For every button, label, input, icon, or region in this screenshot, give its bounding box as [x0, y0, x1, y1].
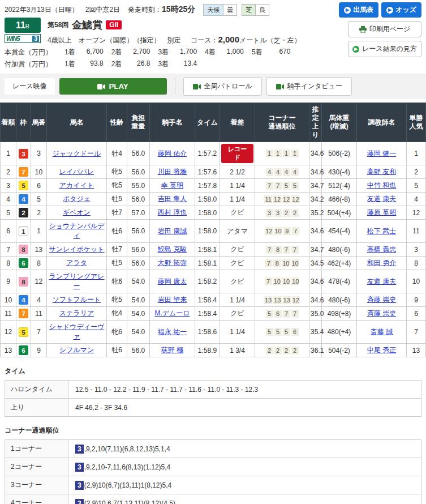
jockey-name-link[interactable]: 川田 将雅 [158, 168, 187, 176]
corner-position-chip: 3 [274, 209, 282, 217]
jockey-name-link[interactable]: M.デムーロ [154, 309, 190, 317]
leader-number-badge: 3 [75, 463, 84, 472]
horse-name-cell: アラタ [47, 257, 107, 270]
jockey-name-link[interactable]: 岩田 望来 [158, 296, 187, 304]
waku-cell: 5 [16, 179, 31, 193]
horse-name-link[interactable]: ソフトフルート [53, 296, 101, 304]
trainer-name-link[interactable]: 斉藤 崇史 [367, 309, 396, 317]
jockey-cell: 幸 英明 [150, 179, 195, 193]
horse-name-link[interactable]: ポタジェ [63, 195, 91, 203]
trainer-cell: 中竹 和也 [357, 179, 407, 193]
horse-name-link[interactable]: ランブリングアレー [49, 272, 104, 290]
prize-place-label: 4着 [205, 48, 216, 57]
patrol-video-button[interactable]: 全周パトロール [183, 77, 262, 96]
prize-amount: 6,700 [81, 48, 104, 57]
print-page-button[interactable]: 印刷用ページ [348, 21, 421, 37]
weather-label: 天候 [204, 5, 223, 15]
play-button-label: PLAY [109, 82, 128, 91]
jockey-name-link[interactable]: 藤岡 佑介 [158, 150, 187, 157]
track-condition-value: 良 [256, 5, 269, 15]
trainer-name-link[interactable]: 友道 康夫 [367, 277, 396, 285]
margin-cell: 1 1/4 [220, 321, 255, 344]
win-popularity: 2 [407, 165, 426, 179]
jockey-name-link[interactable]: 藤岡 康太 [158, 277, 187, 285]
corner-position-chip: 9 [283, 227, 291, 235]
horse-name-link[interactable]: ショウナンバルディ [49, 222, 104, 240]
trainer-name-link[interactable]: 中尾 秀正 [367, 346, 396, 354]
horse-name-link[interactable]: サンレイポケット [49, 245, 104, 253]
trainer-name-link[interactable]: 斎藤 誠 [371, 328, 393, 336]
carried-weight: 54.0 [127, 293, 150, 307]
last-3f-time: 34.6 [309, 220, 322, 243]
page-header: 2022年3月13日（日曜） 2回中京2日 発走時刻： 15時25分 天候 曇 … [0, 0, 426, 69]
corner-position-chip: 4 [291, 168, 299, 176]
race-number-suffix: R [25, 23, 29, 29]
jockey-name-link[interactable]: 西村 淳也 [158, 208, 187, 216]
prize-place-label: 1着 [64, 59, 75, 69]
last-3f-time: 34.7 [309, 243, 322, 257]
horse-name-link[interactable]: シャドウディーヴァ [49, 323, 105, 340]
trainer-name-link[interactable]: 和田 勇介 [367, 259, 396, 267]
corner-position-chip: 10 [282, 259, 290, 267]
last-3f-time: 34.6 [309, 293, 322, 307]
corner-position-chip: 10 [282, 277, 290, 285]
corner-positions-cell: 2222 [255, 344, 309, 357]
trainer-name-link[interactable]: 藤原 英昭 [367, 208, 396, 216]
jockey-name-link[interactable]: 幸 英明 [161, 181, 183, 189]
horse-number: 8 [31, 257, 47, 270]
horse-name-link[interactable]: ステラリア [59, 309, 94, 317]
waku-badge: 2 [19, 208, 28, 217]
waku-badge: 8 [19, 277, 28, 287]
corner-order-cell: 3,9,2,10-7,11,6(8,13)(1,12)5,4 [68, 458, 421, 476]
win-popularity: 1 [407, 142, 426, 165]
jockey-name-link[interactable]: 岩田 康誠 [158, 227, 187, 235]
jockey-name-link[interactable]: 大野 拓弥 [158, 259, 187, 267]
finish-time: 1:58.4 [195, 293, 220, 307]
horse-name-link[interactable]: アラタ [66, 259, 87, 267]
jockey-name-link[interactable]: 荻野 極 [161, 346, 183, 354]
finish-time: 1:58.4 [195, 307, 220, 321]
sex-age: 牝6 [107, 270, 127, 293]
corner-position-chip: 5 [283, 328, 290, 336]
corner-positions-cell: 7101010 [255, 270, 309, 293]
corner-position-chip: 5 [266, 310, 273, 318]
arrow-circle-icon: ▶ [386, 7, 393, 14]
last-3f-time: 35.0 [309, 307, 322, 321]
play-button[interactable]: PLAY [59, 78, 167, 95]
jockey-name-link[interactable]: 福永 祐一 [158, 328, 187, 336]
horse-name-link[interactable]: シフルマン [59, 346, 94, 354]
track-label: 芝 [242, 5, 256, 15]
jockey-name-link[interactable]: 鮫島 克駿 [158, 245, 187, 253]
trainer-name-link[interactable]: 高野 友和 [367, 168, 396, 176]
horse-name-link[interactable]: ギベオン [63, 208, 91, 216]
corner-position-chip: 5 [283, 182, 290, 190]
horse-weight: 498(+8) [322, 307, 357, 321]
corner-positions-cell: 121097 [255, 220, 309, 243]
corner-row-label: 1コーナー [5, 440, 68, 458]
trainer-name-link[interactable]: 松下 武士 [367, 227, 396, 235]
waku-badge: 8 [19, 245, 28, 254]
course-suffix: メートル（芝・左） [239, 36, 301, 44]
trainer-name-link[interactable]: 藤岡 健一 [367, 150, 396, 157]
corner-row: 1コーナー3,9,2,10(7,11)(6,8,12,13)5,1,4 [5, 440, 421, 458]
horse-name-link[interactable]: レイパパレ [59, 168, 94, 176]
trainer-name-link[interactable]: 中竹 和也 [367, 181, 396, 189]
arrow-circle-icon: ▶ [352, 46, 359, 53]
results-guide-button[interactable]: ▶ レース結果の見方 [348, 41, 421, 57]
entries-button[interactable]: ▶ 出馬表 [339, 2, 378, 18]
trainer-name-link[interactable]: 高橋 義忠 [367, 245, 396, 253]
time-row-label: ハロンタイム [5, 381, 68, 399]
jockey-interview-button[interactable]: 騎手インタビュー [266, 77, 352, 96]
odds-button[interactable]: ▶ オッズ [381, 2, 421, 18]
horse-name-link[interactable]: ジャックドール [53, 150, 101, 157]
trainer-name-link[interactable]: 友道 康夫 [367, 195, 396, 203]
waku-cell: 4 [16, 293, 31, 307]
corner-position-chip: 5 [274, 328, 282, 336]
horse-name-cell: レイパパレ [47, 165, 107, 179]
horse-name-cell: ステラリア [47, 307, 107, 321]
corner-position-chip: 11 [264, 195, 272, 203]
trainer-name-link[interactable]: 斉藤 崇史 [367, 296, 396, 304]
win-popularity: 6 [407, 307, 426, 321]
horse-name-link[interactable]: アカイイト [59, 181, 94, 189]
jockey-name-link[interactable]: 吉田 隼人 [158, 195, 187, 203]
